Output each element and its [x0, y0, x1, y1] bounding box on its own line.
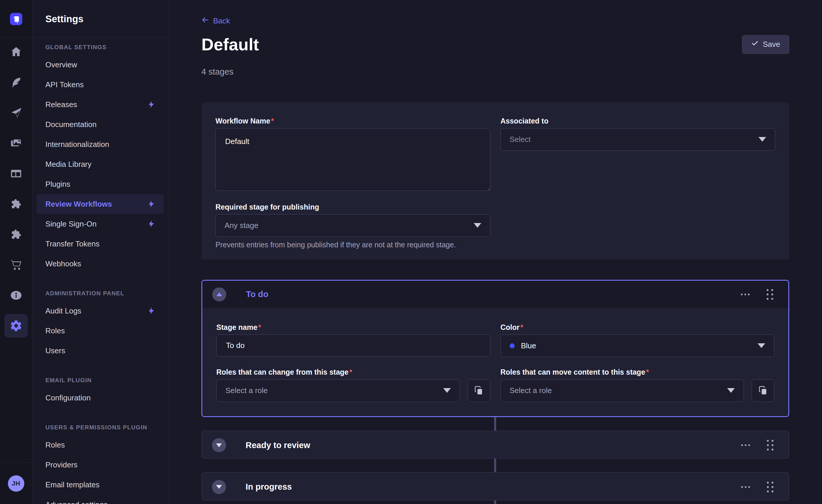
section-heading: EMAIL PLUGIN — [37, 377, 164, 388]
lightning-icon — [147, 220, 155, 228]
chevron-down-icon — [727, 388, 735, 393]
roles-to-select[interactable]: Select a role — [501, 379, 744, 402]
home-icon[interactable] — [4, 40, 28, 63]
chevron-down-icon — [216, 485, 222, 489]
sidebar-item-providers[interactable]: Providers — [37, 455, 164, 475]
stage-name-input[interactable] — [216, 335, 490, 357]
sidebar-item-plugins[interactable]: Plugins — [37, 174, 164, 194]
section-heading: ADMINISTRATION PANEL — [37, 290, 164, 301]
settings-gear-icon[interactable] — [4, 314, 28, 338]
sidebar-item-single-sign-on[interactable]: Single Sign-On — [37, 214, 164, 234]
required-asterisk: * — [258, 323, 261, 331]
sidebar-item-api-tokens[interactable]: API Tokens — [37, 75, 164, 94]
sidebar-header: Settings — [32, 0, 168, 38]
duplicate-roles-button[interactable] — [752, 379, 774, 402]
roles-from-label: Roles that can change from this stage* — [216, 368, 490, 376]
sidebar-nav: GLOBAL SETTINGS Overview API Tokens Rele… — [32, 38, 168, 504]
sidebar-item-releases[interactable]: Releases — [37, 94, 164, 114]
stage-body: Stage name* Color* Blue Roles that can c… — [202, 308, 788, 417]
chevron-down-icon — [443, 388, 451, 393]
duplicate-roles-button[interactable] — [468, 379, 490, 402]
workflow-name-label: Workflow Name* — [216, 116, 490, 125]
sidebar-item-documentation[interactable]: Documentation — [37, 114, 164, 134]
stage-connector-line — [494, 459, 496, 472]
user-avatar[interactable]: JH — [8, 475, 24, 492]
lightning-icon — [147, 307, 155, 315]
more-options-icon[interactable] — [739, 442, 752, 448]
collapse-toggle-button[interactable] — [212, 288, 226, 302]
title-row: Default Save — [201, 35, 789, 54]
roles-to-label: Roles that can move content to this stag… — [501, 368, 775, 376]
required-stage-field: Required stage for publishing Any stage … — [216, 202, 490, 249]
layout-builder-icon[interactable] — [4, 162, 28, 185]
section-heading: USERS & PERMISSIONS PLUGIN — [37, 424, 164, 435]
more-options-icon[interactable] — [739, 291, 752, 298]
more-options-icon[interactable] — [739, 484, 752, 490]
sidebar-item-up-roles[interactable]: Roles — [37, 435, 164, 455]
workflow-name-input[interactable] — [216, 128, 490, 191]
copy-icon — [474, 386, 484, 395]
back-link[interactable]: Back — [201, 16, 230, 26]
sidebar-item-internationalization[interactable]: Internationalization — [37, 134, 164, 154]
stage-header[interactable]: To do — [202, 281, 788, 308]
info-icon[interactable] — [4, 284, 28, 307]
rail-header — [0, 0, 32, 38]
drag-handle-icon[interactable] — [765, 438, 776, 453]
rail-footer: JH — [0, 462, 32, 504]
puzzle-marketplace-icon[interactable] — [4, 223, 28, 246]
lightning-icon — [147, 100, 155, 109]
main-nav-rail: JH — [0, 0, 32, 504]
check-icon — [751, 39, 759, 49]
sidebar-item-audit-logs[interactable]: Audit Logs — [37, 301, 164, 321]
chevron-down-icon — [758, 343, 765, 348]
required-stage-label: Required stage for publishing — [216, 202, 490, 211]
sidebar-item-review-workflows[interactable]: Review Workflows — [37, 194, 164, 214]
stage-title: Ready to review — [246, 441, 310, 450]
roles-from-field: Roles that can change from this stage* S… — [216, 368, 490, 402]
drag-handle-icon[interactable] — [764, 287, 775, 302]
paper-plane-icon[interactable] — [4, 101, 28, 124]
strapi-logo-icon[interactable] — [10, 13, 22, 25]
lightning-icon — [147, 200, 155, 208]
drag-handle-icon[interactable] — [765, 479, 776, 495]
roles-to-field: Roles that can move content to this stag… — [501, 368, 775, 402]
associated-to-select[interactable]: Select — [501, 128, 775, 151]
stage-name-label: Stage name* — [216, 323, 490, 332]
back-arrow-icon — [201, 16, 209, 26]
sidebar-item-transfer-tokens[interactable]: Transfer Tokens — [37, 234, 164, 254]
associated-to-field: Associated to Select — [501, 116, 775, 192]
save-button[interactable]: Save — [742, 35, 789, 54]
sidebar-item-overview[interactable]: Overview — [37, 55, 164, 75]
sidebar-item-admin-roles[interactable]: Roles — [37, 321, 164, 341]
workflow-form-card: Workflow Name* Associated to Select Requ… — [201, 102, 789, 260]
stage-header[interactable]: In progress — [202, 473, 789, 500]
copy-icon — [758, 386, 768, 395]
feather-content-icon[interactable] — [4, 70, 28, 94]
stage-connector-line — [494, 500, 496, 504]
section-heading: GLOBAL SETTINGS — [37, 44, 164, 55]
section-email-plugin: EMAIL PLUGIN Configuration — [37, 377, 164, 408]
required-asterisk: * — [646, 368, 649, 376]
stage-title: In progress — [246, 482, 292, 492]
roles-from-select[interactable]: Select a role — [216, 379, 460, 402]
cart-icon[interactable] — [4, 253, 28, 277]
sidebar-item-users[interactable]: Users — [37, 341, 164, 361]
required-asterisk: * — [520, 323, 523, 331]
stage-header[interactable]: Ready to review — [202, 431, 789, 459]
sidebar-item-advanced-settings[interactable]: Advanced settings — [37, 495, 164, 504]
sidebar-item-webhooks[interactable]: Webhooks — [37, 254, 164, 274]
required-stage-select[interactable]: Any stage — [216, 214, 490, 237]
sidebar-item-media-library[interactable]: Media Library — [37, 154, 164, 174]
chevron-down-icon — [759, 137, 766, 142]
sidebar-item-email-templates[interactable]: Email templates — [37, 475, 164, 495]
required-stage-hint: Prevents entries from being published if… — [216, 240, 490, 249]
stage-count: 4 stages — [201, 67, 789, 76]
sidebar-item-email-configuration[interactable]: Configuration — [37, 388, 164, 408]
puzzle-plugins-icon[interactable] — [4, 192, 28, 216]
page-title: Default — [201, 35, 259, 54]
expand-toggle-button[interactable] — [212, 438, 226, 452]
main-content: Back Default Save 4 stages Workflow Name… — [168, 0, 822, 504]
color-select[interactable]: Blue — [501, 335, 775, 357]
expand-toggle-button[interactable] — [212, 480, 226, 494]
media-images-icon[interactable] — [4, 131, 28, 155]
